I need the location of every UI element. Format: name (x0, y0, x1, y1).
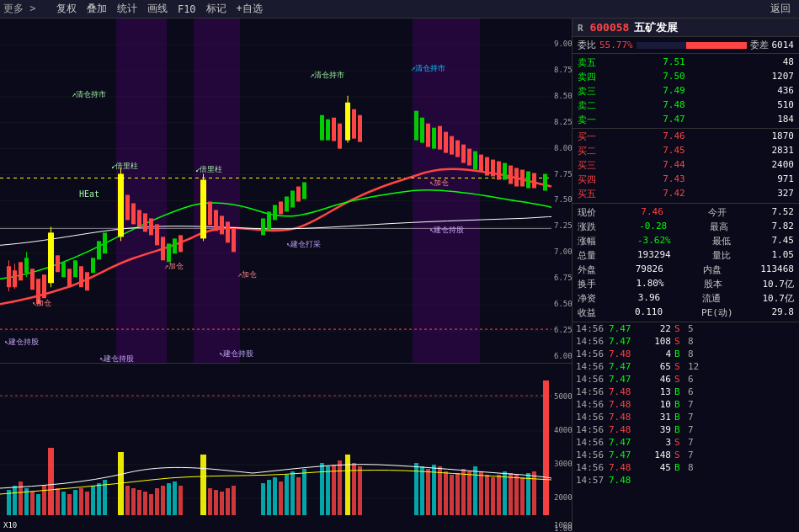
tick-type: S (674, 437, 684, 448)
buy-3-label: 买三 (578, 159, 596, 172)
svg-rect-84 (467, 149, 471, 166)
tick-price: 7.47 (609, 361, 638, 372)
svg-text:8.75: 8.75 (554, 66, 572, 74)
right-panel: R 600058 五矿发展 委比 55.77% 委差 6014 卖五 7.51 … (572, 19, 799, 532)
svg-rect-63 (285, 196, 289, 211)
quote-row-change: 涨跌 -0.28 最高 7.82 (573, 220, 799, 234)
tick-time: 14:56 (576, 450, 605, 460)
more-link[interactable]: 更多 > (3, 2, 35, 16)
svg-rect-23 (19, 262, 23, 280)
pct-val: -3.62% (637, 235, 671, 247)
toolbar-zixuan[interactable]: +自选 (232, 2, 268, 16)
tick-type: B (674, 399, 684, 410)
svg-rect-144 (67, 494, 72, 515)
svg-text:↗加仓: ↗加仓 (237, 270, 257, 279)
svg-rect-32 (61, 262, 66, 277)
svg-text:↖建仓持股: ↖建仓持股 (99, 354, 134, 363)
svg-rect-91 (509, 166, 513, 184)
tick-extra: 7 (688, 412, 694, 423)
quote-row-earn: 收益 0.110 PE(动) 29.8 (573, 306, 799, 320)
svg-rect-193 (473, 466, 477, 515)
svg-text:↗清仓持市: ↗清仓持市 (411, 64, 445, 72)
svg-rect-196 (491, 477, 495, 515)
svg-text:↙倍里柱: ↙倍里柱 (111, 162, 138, 170)
svg-rect-96 (543, 174, 547, 191)
svg-rect-179 (338, 460, 342, 515)
svg-text:↖建仓打采: ↖建仓打采 (286, 240, 321, 248)
svg-rect-160 (173, 481, 177, 515)
svg-rect-68 (326, 120, 330, 141)
svg-rect-77 (426, 124, 430, 147)
svg-text:HEat: HEat (79, 189, 99, 199)
current-price-label: 现价 (578, 206, 596, 219)
svg-text:8.50: 8.50 (554, 92, 572, 100)
tick-row: 14:56 7.48 45 B 8 (573, 461, 799, 474)
svg-rect-43 (131, 203, 136, 224)
svg-rect-82 (455, 141, 460, 157)
inner-val: 113468 (760, 263, 794, 276)
svg-rect-171 (279, 481, 283, 515)
svg-text:7.50: 7.50 (554, 195, 572, 204)
svg-rect-75 (414, 111, 418, 141)
candle-chart[interactable]: ↗清仓持市 ↗清仓持市 ↗清仓持市 ↙倍里柱 ↙倍里柱 ↖加仓 ↗加仓 ↗加仓 … (0, 19, 572, 364)
svg-rect-49 (167, 243, 171, 262)
quote-row-outer: 外盘 79826 内盘 113468 (573, 263, 799, 277)
svg-rect-138 (30, 492, 35, 515)
svg-text:↖建仓持股: ↖建仓持股 (4, 338, 39, 346)
tick-type (674, 475, 684, 486)
svg-text:6.50: 6.50 (554, 300, 572, 308)
ratio-label: 量比 (712, 249, 731, 262)
svg-text:6.00: 6.00 (554, 352, 572, 360)
tick-extra: 7 (688, 450, 694, 460)
vol-label: 总量 (578, 249, 596, 262)
toolbar-fuquan[interactable]: 复权 (51, 2, 82, 16)
tick-price: 7.48 (609, 462, 638, 473)
svg-rect-155 (143, 492, 147, 515)
tick-time: 14:56 (576, 412, 605, 423)
sell-row-4: 卖四 7.50 1207 (573, 70, 799, 84)
svg-rect-90 (503, 163, 507, 180)
webi-pct: 55.77% (599, 40, 633, 51)
tick-vol (642, 475, 671, 486)
svg-rect-83 (461, 145, 466, 163)
tick-vol: 45 (642, 462, 671, 473)
trade-ticks[interactable]: 14:56 7.47 22 S 5 14:56 7.47 108 S 8 14:… (573, 322, 799, 532)
svg-text:8.25: 8.25 (554, 118, 572, 126)
tick-price: 7.47 (609, 374, 638, 385)
svg-rect-166 (226, 488, 230, 515)
svg-text:6.75: 6.75 (554, 274, 572, 282)
sell-3-label: 卖三 (578, 85, 596, 98)
svg-rect-88 (491, 160, 495, 177)
tick-type: B (674, 412, 684, 423)
toolbar-return[interactable]: 返回 (765, 2, 796, 16)
svg-rect-66 (302, 183, 306, 200)
tick-vol: 65 (642, 361, 671, 372)
quote-row-turnover: 换手 1.80% 股本 10.7亿 (573, 277, 799, 291)
svg-rect-69 (332, 118, 336, 141)
toolbar-tongji[interactable]: 统计 (112, 2, 142, 16)
svg-rect-156 (149, 494, 153, 515)
sell-row-5: 卖五 7.51 48 (573, 56, 799, 70)
tick-type: S (674, 323, 684, 334)
sell-5-price: 7.51 (663, 56, 685, 69)
volume-chart[interactable]: 50000 40000 30000 20000 10000 X10 1.00 (0, 364, 572, 532)
svg-rect-161 (178, 486, 183, 515)
svg-rect-143 (61, 492, 66, 515)
toolbar-sep (35, 3, 51, 15)
svg-rect-162 (200, 455, 206, 515)
buy-row-3: 买三 7.44 2400 (573, 158, 799, 173)
buy-1-price: 7.46 (663, 130, 685, 143)
sell-1-price: 7.47 (663, 114, 685, 126)
vol-val: 193294 (637, 249, 671, 262)
svg-text:7.00: 7.00 (554, 247, 572, 256)
svg-rect-57 (226, 221, 230, 242)
svg-text:7.75: 7.75 (554, 170, 572, 178)
buy-4-price: 7.43 (663, 173, 685, 186)
svg-rect-174 (296, 477, 301, 515)
tick-type: B (674, 348, 684, 359)
toolbar-biaoji[interactable]: 标记 (201, 2, 232, 16)
svg-rect-42 (125, 194, 130, 220)
toolbar-huaxian[interactable]: 画线 (142, 2, 173, 16)
toolbar-f10[interactable]: F10 (173, 3, 201, 15)
toolbar-diejia[interactable]: 叠加 (82, 2, 112, 16)
